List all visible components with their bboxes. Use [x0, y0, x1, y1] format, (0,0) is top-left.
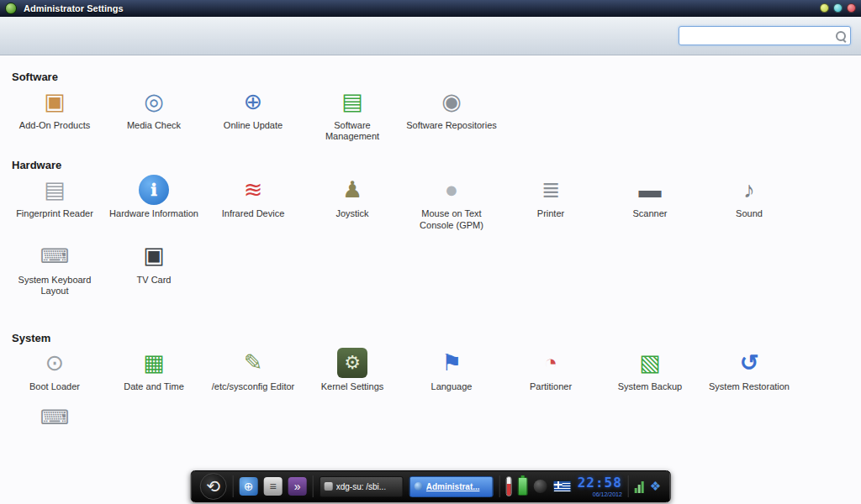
add-on-products-icon: ▣: [40, 87, 70, 117]
search-icon[interactable]: [834, 29, 848, 43]
system-backup-icon: ▧: [635, 348, 665, 378]
module-label: Sound: [700, 208, 799, 219]
section-heading-hardware: Hardware: [12, 159, 861, 171]
section-heading-software: Software: [12, 71, 861, 83]
yast-logo-icon: [5, 3, 17, 14]
hardware-information-icon: ℹ: [139, 175, 169, 205]
online-update-icon: ⊕: [238, 87, 268, 117]
module-label: Kernel Settings: [303, 381, 402, 392]
joystick-icon: ♟: [337, 175, 367, 205]
clipped-row: ⌨: [5, 402, 806, 446]
section-heading-system: System: [12, 332, 861, 344]
module-online-update[interactable]: ⊕ Online Update: [203, 87, 303, 142]
module-date-and-time[interactable]: ▦ Date and Time: [104, 348, 203, 392]
module-system-restoration[interactable]: ↺ System Restoration: [700, 348, 799, 392]
maximize-button[interactable]: [833, 3, 843, 13]
taskbar: ⟲ ⊕ ≡ » xdg-su: /sbi... Administrat... 2…: [191, 470, 671, 502]
language-flag-icon: ⚑: [436, 348, 467, 378]
module-kernel-settings[interactable]: ⚙ Kernel Settings: [303, 348, 402, 392]
module-scanner[interactable]: ▬ Scanner: [600, 175, 700, 230]
module-boot-loader[interactable]: ⊙ Boot Loader: [5, 348, 104, 392]
tv-card-icon: ▣: [139, 241, 169, 271]
kernel-settings-icon: ⚙: [337, 348, 367, 378]
infrared-device-icon: ≋: [238, 175, 268, 205]
module-software-management[interactable]: ▤ Software Management: [303, 87, 402, 142]
module-label: Hardware Information: [104, 208, 203, 219]
module-label: Add-On Products: [5, 120, 104, 131]
module-printer[interactable]: ≣ Printer: [501, 175, 600, 230]
keyboard-icon: ⌨: [40, 241, 70, 271]
module-sound[interactable]: ♪ Sound: [700, 175, 799, 230]
module-label: Software Management: [303, 120, 402, 142]
taskbar-task-administrator-settings[interactable]: Administrat...: [409, 476, 494, 497]
system-row: ⊙ Boot Loader ▦ Date and Time ✎ /etc/sys…: [5, 348, 806, 402]
module-hardware-information[interactable]: ℹ Hardware Information: [104, 175, 203, 230]
module-label: Fingerprint Reader: [5, 208, 104, 219]
browser-icon[interactable]: ⊕: [240, 477, 258, 496]
scanner-icon: ▬: [635, 175, 665, 205]
module-system-backup[interactable]: ▧ System Backup: [600, 348, 700, 392]
module-software-repositories[interactable]: ◉ Software Repositories: [402, 87, 501, 142]
minimize-button[interactable]: [820, 3, 829, 13]
task-label: Administrat...: [426, 482, 480, 491]
greek-flag-icon[interactable]: [553, 480, 572, 492]
module-label: Boot Loader: [5, 381, 104, 392]
module-partitioner[interactable]: ◔ Partitioner: [501, 348, 600, 392]
battery-icon[interactable]: [518, 477, 528, 496]
clock-widget[interactable]: 22:58 06/12/2012: [578, 476, 622, 497]
module-label: Infrared Device: [203, 208, 303, 219]
module-language[interactable]: ⚑ Language: [402, 348, 501, 392]
thermometer-icon[interactable]: [506, 476, 512, 496]
separator: [628, 475, 629, 497]
separator: [499, 475, 500, 497]
pager-icon[interactable]: ❖: [650, 479, 661, 494]
printer-icon: ≣: [536, 175, 566, 205]
sysconfig-editor-icon: ✎: [238, 348, 268, 378]
clock-time: 22:58: [578, 476, 622, 490]
mouse-icon: ●: [436, 175, 467, 205]
module-label: Printer: [501, 208, 600, 219]
system-restoration-icon: ↺: [734, 348, 764, 378]
module-label: Mouse on Text Console (GPM): [402, 208, 501, 230]
mouse-icon[interactable]: [534, 480, 547, 493]
module-label: Partitioner: [501, 381, 600, 392]
file-manager-icon[interactable]: ≡: [264, 477, 283, 496]
partitioner-icon: ◔: [536, 348, 566, 378]
module-label: Scanner: [600, 208, 700, 219]
close-button[interactable]: [847, 3, 856, 13]
terminal-icon[interactable]: »: [288, 477, 307, 496]
module-system-keyboard-layout[interactable]: ⌨ System Keyboard Layout: [5, 241, 104, 297]
module-label: Language: [402, 381, 501, 392]
module-fingerprint-reader[interactable]: ▤ Fingerprint Reader: [5, 175, 104, 230]
module-label: TV Card: [104, 275, 203, 286]
module-joystick[interactable]: ♟ Joystick: [303, 175, 402, 230]
module-label: /etc/sysconfig Editor: [203, 381, 303, 392]
boot-loader-icon: ⊙: [40, 348, 70, 378]
task-icon: [325, 482, 333, 491]
hardware-row: ▤ Fingerprint Reader ℹ Hardware Informat…: [5, 175, 806, 307]
sound-icon: ♪: [734, 175, 764, 205]
module-add-on-products[interactable]: ▣ Add-On Products: [5, 87, 104, 142]
module-tv-card[interactable]: ▣ TV Card: [104, 241, 203, 297]
module-media-check[interactable]: ◎ Media Check: [104, 87, 203, 142]
software-management-icon: ▤: [337, 87, 367, 117]
module-label: System Backup: [600, 381, 700, 392]
module-label: Joystick: [303, 208, 402, 219]
titlebar: Administrator Settings: [0, 0, 861, 17]
window-title: Administrator Settings: [24, 3, 124, 13]
search-input[interactable]: [679, 27, 834, 45]
software-repositories-icon: ◉: [436, 87, 467, 117]
network-monitor-icon[interactable]: [635, 480, 644, 493]
separator: [313, 475, 314, 497]
module-label: System Keyboard Layout: [5, 275, 104, 297]
module-sysconfig-editor[interactable]: ✎ /etc/sysconfig Editor: [203, 348, 303, 392]
module-infrared-device[interactable]: ≋ Infrared Device: [203, 175, 303, 230]
module-partial[interactable]: ⌨: [5, 402, 104, 436]
search-box: [679, 26, 851, 45]
app-launcher-button[interactable]: ⟲: [200, 473, 227, 500]
taskbar-task-xdg-su[interactable]: xdg-su: /sbi...: [320, 476, 404, 497]
module-mouse-gpm[interactable]: ● Mouse on Text Console (GPM): [402, 175, 501, 230]
task-label: xdg-su: /sbi...: [336, 482, 386, 491]
software-row: ▣ Add-On Products ◎ Media Check ⊕ Online…: [5, 87, 806, 152]
clock-date: 06/12/2012: [593, 491, 622, 497]
